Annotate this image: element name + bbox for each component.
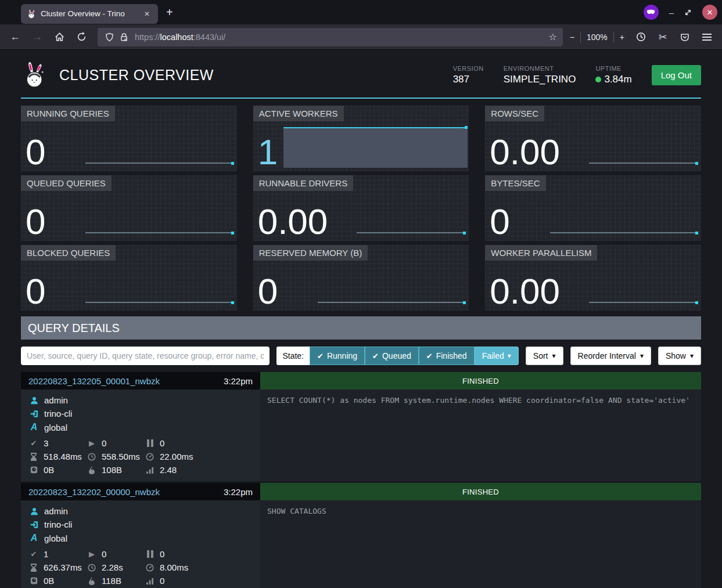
sparkline-dot (463, 301, 466, 304)
url-path: :8443/ui/ (193, 33, 226, 42)
url-scheme: https:// (135, 33, 160, 42)
running-splits: 0 (102, 438, 106, 448)
stat-label: ROWS/SEC (485, 106, 544, 121)
reload-button[interactable] (72, 28, 91, 46)
sparkline (589, 163, 696, 164)
sparkline (318, 302, 464, 303)
home-button[interactable] (50, 28, 69, 46)
url-bar[interactable]: https://localhost:8443/ui/ ☆ (98, 28, 563, 46)
tab-title: Cluster Overview - Trino (41, 9, 142, 18)
history-clock-icon[interactable] (631, 28, 650, 46)
filter-failed-dropdown[interactable]: Failed ▾ (475, 347, 519, 365)
query-row: 20220823_132202_00000_nwbzk 3:22pm FINIS… (21, 483, 701, 588)
cumulative-memory-fire-icon (87, 466, 96, 474)
stat-value: 0 (26, 134, 45, 170)
query-id-link[interactable]: 20220823_132202_00000_nwbzk (28, 487, 160, 497)
filter-running-button[interactable]: ✔ Running (310, 347, 365, 365)
filter-finished-button[interactable]: ✔ Finished (419, 347, 475, 365)
running-splits: 0 (102, 549, 106, 559)
caret-down-icon: ▾ (640, 352, 644, 360)
stat-card-bytes-sec: BYTES/SEC 0 (485, 175, 701, 241)
cumulative-memory: 118B (102, 576, 121, 586)
query-time: 3:22pm (224, 487, 253, 497)
query-sql-text: SELECT COUNT(*) as nodes FROM system.run… (260, 389, 701, 481)
sparkline-dot (695, 301, 698, 304)
cpu-time: 8.00ms (160, 562, 188, 572)
check-icon: ✔ (372, 352, 379, 360)
lock-warning-icon[interactable] (120, 33, 128, 42)
stat-card-rows-sec: ROWS/SEC 0.00 (485, 106, 701, 171)
sparkline (85, 302, 231, 303)
logout-button[interactable]: Log Out (652, 65, 701, 85)
url-text[interactable]: https://localhost:8443/ui/ (135, 33, 547, 42)
trino-favicon-icon (27, 9, 36, 19)
stat-value: 0 (26, 204, 45, 240)
browser-tab[interactable]: Cluster Overview - Trino ✕ (21, 4, 158, 24)
version-stat: VERSION 387 (453, 65, 484, 85)
zoom-level-button[interactable]: 100% (587, 33, 608, 42)
show-dropdown[interactable]: Show ▾ (658, 347, 701, 365)
environment-value: SIMPLE_TRINO (504, 74, 576, 85)
query-user: admin (44, 506, 68, 516)
zoom-in-button[interactable]: + (620, 33, 624, 42)
browser-nav-bar: ← → https://localhost:8443/ui/ ☆ − 100% … (0, 24, 722, 50)
window-close-button[interactable]: ✕ (702, 5, 717, 20)
private-browsing-mask-icon[interactable] (644, 5, 659, 20)
stat-label: RESERVED MEMORY (B) (253, 245, 368, 261)
stat-label: BLOCKED QUERIES (21, 245, 116, 261)
query-search-input[interactable] (21, 347, 270, 365)
parallelism-chart-icon (145, 467, 155, 474)
sparkline (85, 232, 231, 233)
reorder-interval-dropdown[interactable]: Reorder Interval ▾ (570, 347, 651, 365)
check-icon: ✔ (426, 352, 433, 360)
completed-splits: 3 (44, 438, 48, 448)
tracking-shield-icon[interactable] (105, 33, 114, 42)
caret-down-icon: ▾ (552, 352, 555, 360)
window-minimize-button[interactable]: – (669, 8, 674, 17)
screenshot-scissors-icon[interactable]: ✂ (653, 28, 672, 46)
caret-down-icon: ▾ (690, 352, 694, 360)
query-row: 20220823_132205_00001_nwbzk 3:22pm FINIS… (21, 372, 701, 481)
sparkline-dot (231, 162, 234, 165)
bookmark-star-icon[interactable]: ☆ (548, 31, 556, 42)
query-sql-text: SHOW CATALOGS (260, 500, 701, 588)
filter-queued-button[interactable]: ✔ Queued (365, 347, 419, 365)
cpu-time: 22.00ms (160, 452, 193, 461)
stat-card-worker-parallelism: WORKER PARALLELISM 0.00 (485, 245, 701, 311)
stat-card-queued-queries: QUEUED QUERIES 0 (21, 175, 237, 241)
resource-group-icon: A (29, 533, 39, 543)
trino-bunny-logo (21, 60, 49, 89)
stat-label: WORKER PARALLELISM (485, 245, 597, 261)
divider (613, 32, 614, 42)
zoom-out-button[interactable]: − (570, 33, 574, 42)
completed-splits-check-icon: ✔ (29, 550, 38, 558)
query-resource-group: global (44, 423, 67, 432)
back-button[interactable]: ← (6, 28, 24, 46)
running-splits-play-icon: ▶ (87, 439, 96, 448)
running-splits-play-icon: ▶ (87, 550, 96, 558)
current-memory: 0B (44, 576, 54, 586)
user-icon (29, 396, 39, 405)
tab-close-icon[interactable]: ✕ (142, 9, 152, 19)
current-memory-scale-icon (29, 577, 38, 585)
elapsed-time-clock-icon (87, 564, 96, 572)
query-status-badge: FINISHED (260, 483, 701, 500)
query-id-link[interactable]: 20220823_132205_00001_nwbzk (28, 376, 160, 386)
stat-card-blocked-queries: BLOCKED QUERIES 0 (21, 245, 237, 311)
state-filter-label: State: (276, 347, 310, 365)
completed-splits-check-icon: ✔ (29, 439, 38, 448)
stat-value: 0 (490, 204, 509, 240)
elapsed-time: 2.28s (102, 562, 123, 572)
sparkline-dot (463, 232, 466, 235)
window-maximize-button[interactable] (684, 9, 692, 16)
elapsed-time: 558.50ms (102, 452, 140, 461)
queued-splits: 0 (160, 438, 164, 448)
menu-hamburger-icon[interactable] (698, 28, 716, 46)
caret-down-icon: ▾ (508, 352, 511, 360)
pocket-shield-icon[interactable] (676, 28, 694, 46)
elapsed-time-clock-icon (87, 453, 96, 461)
query-filter-toolbar: State: ✔ Running ✔ Queued ✔ Finished Fai… (21, 347, 701, 365)
new-tab-button[interactable]: + (166, 6, 173, 19)
current-memory: 0B (44, 465, 54, 475)
sort-dropdown[interactable]: Sort ▾ (526, 347, 563, 365)
